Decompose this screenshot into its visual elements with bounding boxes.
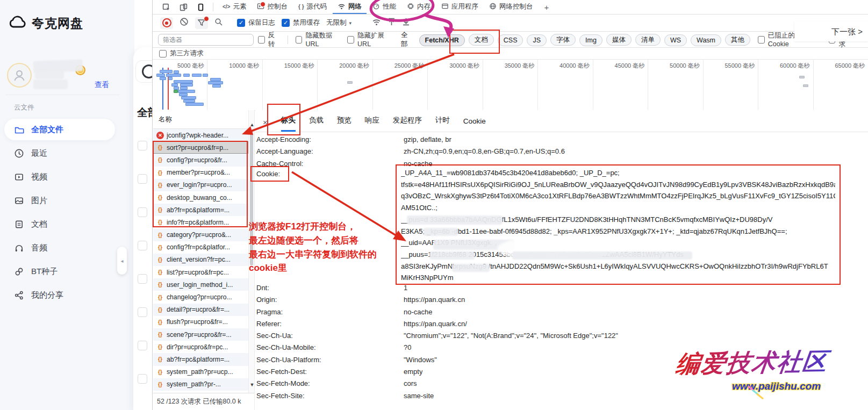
- request-row[interactable]: system_path?pr=ucp...: [153, 366, 248, 378]
- request-row[interactable]: jconfig?wpk-header...: [153, 129, 248, 141]
- file-checkbox[interactable]: [138, 374, 147, 384]
- file-checkbox[interactable]: [138, 174, 147, 184]
- record-button[interactable]: [160, 17, 173, 29]
- sidebar-item-audio[interactable]: 音频: [4, 237, 115, 258]
- inspect-icon[interactable]: [158, 1, 174, 13]
- filter-pill[interactable]: JS: [527, 34, 547, 46]
- checkbox-checked[interactable]: ✓: [282, 19, 290, 27]
- sidebar-item-recent[interactable]: 最近: [4, 142, 115, 164]
- preserve-log-chec kbox[interactable]: ✓保留日志: [237, 18, 275, 27]
- tab-performance[interactable]: 性能: [368, 0, 401, 14]
- document-icon: [14, 219, 24, 229]
- tab-timing[interactable]: 计时: [435, 116, 450, 132]
- filter-input[interactable]: [158, 34, 254, 46]
- filter-pill[interactable]: 字体: [550, 34, 576, 46]
- file-checkbox[interactable]: [138, 241, 147, 250]
- tab-application[interactable]: 应用程序: [436, 0, 483, 14]
- search-icon[interactable]: [214, 18, 223, 28]
- tab-cookies[interactable]: Cookie: [463, 117, 486, 132]
- filter-pill[interactable]: 其他: [725, 34, 750, 46]
- file-checkbox[interactable]: [138, 141, 147, 150]
- tab-memory[interactable]: 内存: [402, 0, 435, 14]
- request-row[interactable]: info?fr=pc&platform...: [153, 216, 248, 228]
- filter-all[interactable]: 全部: [399, 31, 415, 49]
- phone-icon[interactable]: [192, 1, 209, 13]
- request-row[interactable]: config?fr=pc&platfor...: [153, 241, 248, 254]
- sidebar-item-video[interactable]: 视频: [4, 166, 115, 188]
- filter-pill[interactable]: Img: [579, 34, 602, 46]
- checkbox-checked[interactable]: ✓: [237, 19, 245, 27]
- tab-console[interactable]: 控制台: [252, 0, 292, 14]
- filter-button[interactable]: [195, 17, 208, 29]
- file-checkbox[interactable]: [138, 341, 147, 350]
- request-list-header[interactable]: 名称: [153, 110, 248, 129]
- file-checkbox[interactable]: [138, 274, 147, 284]
- filter-pill[interactable]: Fetch/XHR: [419, 34, 465, 46]
- request-row[interactable]: scene?pr=ucpro&fr=...: [153, 328, 248, 341]
- sidebar-collapse-handle[interactable]: ◂: [117, 247, 127, 275]
- filter-pill[interactable]: 媒体: [606, 34, 632, 46]
- close-icon[interactable]: ×: [263, 118, 268, 132]
- request-row[interactable]: category?pr=ucpro&...: [153, 229, 248, 241]
- code-icon: </>: [223, 4, 230, 10]
- filter-pill[interactable]: WS: [664, 34, 687, 46]
- tab-response[interactable]: 响应: [365, 116, 379, 132]
- request-row[interactable]: member?pr=ucpro&...: [153, 167, 248, 179]
- third-party-checkbox[interactable]: 第三方请求: [159, 49, 204, 58]
- view-link[interactable]: 查看: [95, 80, 109, 90]
- request-row[interactable]: changelog?pr=ucpro...: [153, 291, 248, 303]
- sidebar-item-bt[interactable]: BT种子: [4, 261, 115, 282]
- file-checkbox[interactable]: [138, 207, 147, 217]
- request-row[interactable]: detail?pr=ucpro&fr=...: [153, 304, 248, 316]
- request-row[interactable]: list?pr=ucpro&fr=pc...: [153, 266, 248, 278]
- filter-pill[interactable]: Wasm: [691, 34, 721, 46]
- request-row[interactable]: flush?pr=ucpro&fr=...: [153, 316, 248, 328]
- request-row[interactable]: ab?fr=pc&platform=...: [153, 204, 248, 216]
- filter-pill[interactable]: CSS: [498, 34, 523, 46]
- request-row[interactable]: system_path?pr-...: [153, 378, 248, 391]
- file-checkbox[interactable]: [138, 307, 147, 317]
- avatar[interactable]: [7, 63, 32, 88]
- sidebar-item-images[interactable]: 图片: [4, 190, 115, 211]
- tab-network-console[interactable]: 网络控制台: [484, 0, 538, 14]
- sidebar-item-docs[interactable]: 文档: [4, 213, 115, 235]
- network-timeline[interactable]: 5000 毫秒10000 毫秒15000 毫秒20000 毫秒25000 毫秒3…: [153, 60, 868, 111]
- clear-button[interactable]: [180, 17, 189, 28]
- hide-data-url-checkbox[interactable]: 隐藏数据 URL: [296, 31, 343, 48]
- tab-payload[interactable]: 负载: [309, 116, 324, 132]
- hide-ext-url-checkbox[interactable]: 隐藏扩展 URL: [347, 31, 395, 48]
- sidebar-item-all-files[interactable]: 全部文件: [4, 119, 115, 140]
- request-row[interactable]: sort?pr=ucpro&fr=p...: [153, 141, 248, 154]
- tab-network[interactable]: 网络: [333, 0, 367, 14]
- timeline-tick: 45000 毫秒: [593, 60, 648, 110]
- request-row[interactable]: ab?fr=pc&platform=...: [153, 353, 248, 365]
- tab-initiator[interactable]: 发起程序: [393, 116, 422, 132]
- request-row[interactable]: desktop_buwang_co...: [153, 191, 248, 204]
- request-row[interactable]: user_login_method_i...: [153, 278, 248, 291]
- filter-pill[interactable]: 文档: [469, 34, 494, 46]
- next-image-button[interactable]: 下一张 >: [794, 21, 868, 41]
- tab-elements[interactable]: </>元素: [218, 0, 251, 14]
- scroll-down-icon[interactable]: ▼: [249, 382, 255, 387]
- tab-headers[interactable]: 标头: [281, 116, 296, 132]
- device-toolbar-icon[interactable]: [175, 1, 191, 13]
- filter-pill[interactable]: 清单: [635, 34, 661, 46]
- request-row[interactable]: ever_login?pr=ucpro...: [153, 179, 248, 191]
- throttling-select[interactable]: 无限制▾: [326, 18, 351, 27]
- disable-cache-checkbox[interactable]: ✓禁用缓存: [282, 18, 320, 27]
- more-tabs-button[interactable]: +: [539, 3, 555, 12]
- import-har-icon[interactable]: [388, 18, 396, 28]
- export-har-icon[interactable]: [402, 18, 410, 28]
- request-row[interactable]: dir?pr=ucpro&fr=pc...: [153, 341, 248, 353]
- sidebar-item-shares[interactable]: 我的分享: [4, 284, 115, 306]
- network-conditions-icon[interactable]: [372, 18, 381, 28]
- request-row[interactable]: client_version?fr=pc...: [153, 254, 248, 266]
- tab-preview[interactable]: 预览: [337, 116, 351, 132]
- tab-sources[interactable]: { }源代码: [293, 0, 332, 14]
- invert-checkbox[interactable]: 反转: [258, 31, 280, 49]
- timeline-tick: 15000 毫秒: [263, 60, 318, 110]
- scroll-up-icon[interactable]: ▲: [249, 122, 255, 127]
- censor-blur: [512, 251, 692, 260]
- braces-icon: { }: [298, 4, 304, 10]
- request-row[interactable]: config?pr=ucpro&fr...: [153, 154, 248, 166]
